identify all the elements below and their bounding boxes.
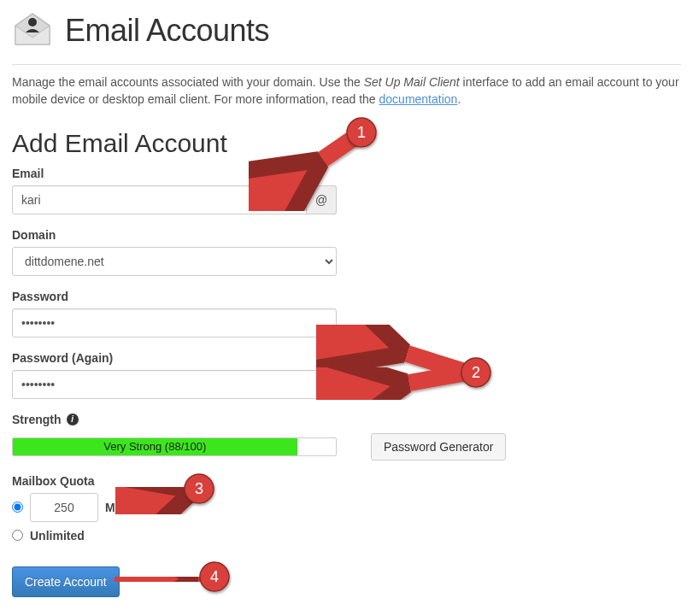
svg-point-14 [200,562,229,591]
divider [12,64,681,65]
password2-label: Password (Again) [12,351,681,365]
password-generator-button[interactable]: Password Generator [371,433,506,461]
password-label: Password [12,290,681,303]
email-label: Email [12,167,681,180]
svg-text:2: 2 [472,364,480,381]
domain-label: Domain [12,228,681,242]
domain-select[interactable]: dittdomene.net [12,247,337,276]
strength-label: Strength [12,413,62,426]
svg-line-7 [342,373,467,395]
svg-line-13 [130,578,205,581]
intro-prefix: Manage the email accounts associated wit… [12,75,364,89]
quota-unlimited-label: Unlimited [30,529,85,543]
strength-text: Very Strong (88/100) [103,440,206,453]
quota-unlimited-radio[interactable] [12,530,23,541]
svg-text:4: 4 [210,568,219,585]
section-title: Add Email Account [12,129,681,158]
intro-text: Manage the email accounts associated wit… [12,73,681,109]
strength-meter: Very Strong (88/100) [12,437,337,456]
at-addon: @ [307,185,337,214]
strength-meter-fill: Very Strong (88/100) [13,438,297,455]
intro-suffix: . [457,92,461,106]
quota-value-input[interactable] [30,493,98,522]
documentation-link[interactable]: documentation [379,92,458,106]
email-input[interactable] [12,185,307,214]
create-account-button[interactable]: Create Account [12,566,120,597]
intro-emphasis: Set Up Mail Client [364,75,460,89]
password-again-input[interactable] [12,370,337,399]
quota-label: Mailbox Quota [12,474,681,488]
page-title: Email Accounts [65,13,269,49]
quota-unit: MB [105,501,124,514]
email-accounts-icon [12,9,53,52]
svg-point-2 [28,18,37,26]
password-input[interactable] [12,308,337,337]
page-header: Email Accounts [12,9,681,52]
quota-fixed-radio[interactable] [12,502,23,513]
info-icon[interactable]: i [67,414,79,425]
